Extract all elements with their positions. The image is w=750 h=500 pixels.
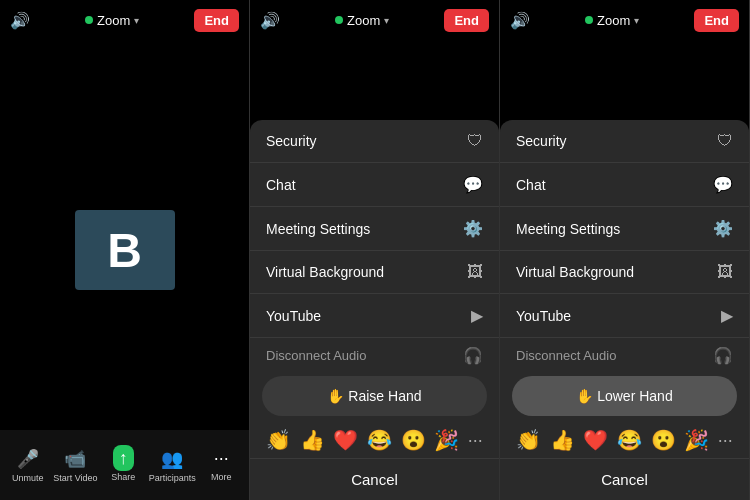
audio-icon-right: 🎧	[713, 346, 733, 365]
menu-list-middle: Security 🛡 Chat 💬 Meeting Settings ⚙️ Vi…	[250, 120, 499, 366]
laugh-emoji-right[interactable]: 😂	[617, 428, 642, 452]
emoji-row-right: 👏 👍 ❤️ 😂 😮 🎉 ···	[500, 422, 749, 459]
background-icon-right: 🖼	[717, 263, 733, 281]
unmute-label: Unmute	[12, 473, 44, 483]
chat-label: Chat	[266, 177, 296, 193]
thumbsup-emoji-right[interactable]: 👍	[550, 428, 575, 452]
menu-item-youtube-right[interactable]: YouTube ▶	[500, 294, 749, 338]
lower-hand-button[interactable]: ✋ Lower Hand	[512, 376, 737, 416]
menu-item-disconnect-audio[interactable]: Disconnect Audio 🎧	[250, 338, 499, 366]
laugh-emoji[interactable]: 😂	[367, 428, 392, 452]
top-bar-left: 🔊 Zoom ▾ End	[0, 0, 249, 40]
disconnect-audio-label-right: Disconnect Audio	[516, 348, 616, 363]
participants-icon: 👥	[161, 448, 183, 470]
emoji-row-middle: 👏 👍 ❤️ 😂 😮 🎉 ···	[250, 422, 499, 459]
share-button[interactable]: ↑ Share	[103, 448, 143, 482]
chevron-down-icon: ▾	[134, 15, 139, 26]
menu-list-right: Security 🛡 Chat 💬 Meeting Settings ⚙️ Vi…	[500, 120, 749, 366]
cancel-button-right[interactable]: Cancel	[500, 459, 749, 500]
settings-icon-right: ⚙️	[713, 219, 733, 238]
end-button-right[interactable]: End	[694, 9, 739, 32]
menu-overlay-right: Security 🛡 Chat 💬 Meeting Settings ⚙️ Vi…	[500, 120, 749, 500]
panel-middle: 🔊 Zoom ▾ End Security 🛡 Chat 💬 Meeting S…	[250, 0, 500, 500]
menu-item-chat-right[interactable]: Chat 💬	[500, 163, 749, 207]
shield-icon: 🛡	[467, 132, 483, 150]
start-video-button[interactable]: 📹 Start Video	[53, 448, 97, 483]
more-emoji-button[interactable]: ···	[468, 430, 483, 451]
start-video-label: Start Video	[53, 473, 97, 483]
chat-icon: 💬	[463, 175, 483, 194]
menu-item-meeting-settings-right[interactable]: Meeting Settings ⚙️	[500, 207, 749, 251]
meeting-settings-label: Meeting Settings	[266, 221, 370, 237]
menu-item-virtual-background[interactable]: Virtual Background 🖼	[250, 251, 499, 294]
panel-left: 🔊 Zoom ▾ End B 🎤 Unmute 📹 Start Video ↑ …	[0, 0, 250, 500]
volume-icon-middle[interactable]: 🔊	[260, 11, 280, 30]
clap-emoji-right[interactable]: 👏	[516, 428, 541, 452]
disconnect-audio-label: Disconnect Audio	[266, 348, 366, 363]
youtube-label-right: YouTube	[516, 308, 571, 324]
connection-status-dot	[85, 16, 93, 24]
youtube-icon-right: ▶	[721, 306, 733, 325]
party-emoji-right[interactable]: 🎉	[684, 428, 709, 452]
camera-muted-icon: 📹	[64, 448, 86, 470]
volume-icon-right[interactable]: 🔊	[510, 11, 530, 30]
youtube-icon: ▶	[471, 306, 483, 325]
avatar-box: B	[75, 210, 175, 290]
panel-right: 🔊 Zoom ▾ End Security 🛡 Chat 💬 Meeting S…	[500, 0, 750, 500]
clap-emoji[interactable]: 👏	[266, 428, 291, 452]
menu-item-youtube[interactable]: YouTube ▶	[250, 294, 499, 338]
end-button[interactable]: End	[194, 9, 239, 32]
top-bar-right: 🔊 Zoom ▾ End	[500, 0, 749, 40]
zoom-label-middle: Zoom	[347, 13, 380, 28]
more-emoji-button-right[interactable]: ···	[718, 430, 733, 451]
chevron-down-icon-middle: ▾	[384, 15, 389, 26]
virtual-background-label-right: Virtual Background	[516, 264, 634, 280]
volume-icon[interactable]: 🔊	[10, 11, 30, 30]
menu-item-security-right[interactable]: Security 🛡	[500, 120, 749, 163]
zoom-badge-middle[interactable]: Zoom ▾	[335, 13, 389, 28]
more-label: More	[211, 472, 232, 482]
settings-icon: ⚙️	[463, 219, 483, 238]
zoom-label-right: Zoom	[597, 13, 630, 28]
end-button-middle[interactable]: End	[444, 9, 489, 32]
connection-status-dot-right	[585, 16, 593, 24]
wow-emoji-right[interactable]: 😮	[651, 428, 676, 452]
menu-item-security[interactable]: Security 🛡	[250, 120, 499, 163]
unmute-button[interactable]: 🎤 Unmute	[8, 448, 48, 483]
zoom-label: Zoom	[97, 13, 130, 28]
meeting-settings-label-right: Meeting Settings	[516, 221, 620, 237]
menu-item-chat[interactable]: Chat 💬	[250, 163, 499, 207]
menu-item-disconnect-audio-right[interactable]: Disconnect Audio 🎧	[500, 338, 749, 366]
cancel-button-middle[interactable]: Cancel	[250, 459, 499, 500]
heart-emoji[interactable]: ❤️	[333, 428, 358, 452]
zoom-badge[interactable]: Zoom ▾	[85, 13, 139, 28]
youtube-label: YouTube	[266, 308, 321, 324]
background-icon: 🖼	[467, 263, 483, 281]
menu-overlay-middle: Security 🛡 Chat 💬 Meeting Settings ⚙️ Vi…	[250, 120, 499, 500]
participants-button[interactable]: 👥 Participants	[149, 448, 196, 483]
party-emoji[interactable]: 🎉	[434, 428, 459, 452]
heart-emoji-right[interactable]: ❤️	[583, 428, 608, 452]
security-label: Security	[266, 133, 317, 149]
wow-emoji[interactable]: 😮	[401, 428, 426, 452]
chat-label-right: Chat	[516, 177, 546, 193]
thumbsup-emoji[interactable]: 👍	[300, 428, 325, 452]
shield-icon-right: 🛡	[717, 132, 733, 150]
bottom-bar-left: 🎤 Unmute 📹 Start Video ↑ Share 👥 Partici…	[0, 430, 249, 500]
menu-item-virtual-background-right[interactable]: Virtual Background 🖼	[500, 251, 749, 294]
microphone-muted-icon: 🎤	[17, 448, 39, 470]
top-bar-middle: 🔊 Zoom ▾ End	[250, 0, 499, 40]
share-label: Share	[111, 472, 135, 482]
more-button[interactable]: ··· More	[201, 448, 241, 482]
share-icon: ↑	[113, 448, 134, 469]
chat-icon-right: 💬	[713, 175, 733, 194]
participants-label: Participants	[149, 473, 196, 483]
virtual-background-label: Virtual Background	[266, 264, 384, 280]
audio-icon: 🎧	[463, 346, 483, 365]
zoom-badge-right[interactable]: Zoom ▾	[585, 13, 639, 28]
menu-item-meeting-settings[interactable]: Meeting Settings ⚙️	[250, 207, 499, 251]
raise-hand-button[interactable]: ✋ Raise Hand	[262, 376, 487, 416]
connection-status-dot-middle	[335, 16, 343, 24]
more-icon: ···	[214, 448, 229, 469]
avatar-letter: B	[107, 223, 142, 278]
